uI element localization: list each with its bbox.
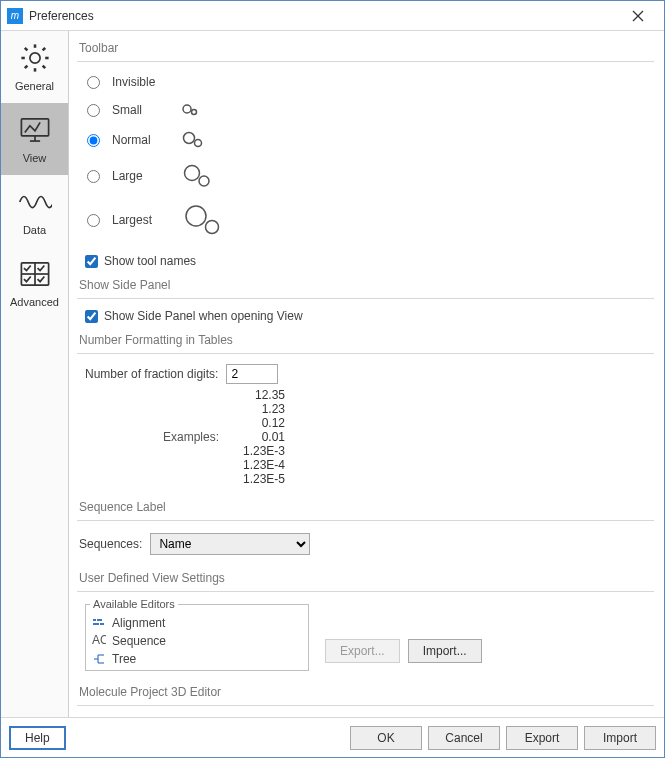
checkbox-show-tool-names[interactable]: Show tool names bbox=[85, 250, 654, 272]
monitor-chart-icon bbox=[18, 115, 52, 148]
examples-label: Examples: bbox=[85, 430, 225, 444]
sidebar-item-label: General bbox=[15, 80, 54, 92]
editor-item-alignment[interactable]: Alignment bbox=[90, 614, 304, 632]
gears-large-icon bbox=[180, 160, 214, 193]
radio-toolbar-normal[interactable]: Normal bbox=[85, 124, 654, 156]
sequences-label: Sequences: bbox=[79, 537, 142, 551]
section-title-mp3d: Molecule Project 3D Editor bbox=[79, 679, 654, 703]
example-value: 1.23E-3 bbox=[225, 444, 285, 458]
example-value: 12.35 bbox=[225, 388, 285, 402]
available-editors-legend: Available Editors bbox=[90, 598, 178, 610]
content-pane: Toolbar Invisible Small Normal bbox=[69, 31, 664, 717]
section-title-udvs: User Defined View Settings bbox=[79, 565, 654, 589]
sidebar-item-label: View bbox=[23, 152, 47, 164]
sidebar-item-label: Advanced bbox=[10, 296, 59, 308]
udvs-import-button[interactable]: Import... bbox=[408, 639, 482, 663]
gears-normal-icon bbox=[180, 128, 206, 153]
sidebar: General View Data Advanced bbox=[1, 31, 69, 717]
titlebar: m Preferences bbox=[1, 1, 664, 31]
radio-input[interactable] bbox=[87, 134, 100, 147]
dialog-footer: Help OK Cancel Export Import bbox=[1, 717, 664, 757]
footer-import-button[interactable]: Import bbox=[584, 726, 656, 750]
example-value: 0.12 bbox=[225, 416, 285, 430]
radio-label: Small bbox=[112, 103, 172, 117]
fraction-digits-input[interactable] bbox=[226, 364, 278, 384]
svg-point-22 bbox=[199, 176, 209, 186]
example-value: 0.01 bbox=[225, 430, 285, 444]
checkbox-input[interactable] bbox=[85, 255, 98, 268]
radio-input[interactable] bbox=[87, 104, 100, 117]
sidebar-item-general[interactable]: General bbox=[1, 31, 68, 103]
sequences-select[interactable]: Name bbox=[150, 533, 310, 555]
svg-rect-25 bbox=[93, 619, 96, 621]
radio-toolbar-largest[interactable]: Largest bbox=[85, 196, 654, 244]
svg-rect-11 bbox=[21, 118, 48, 135]
svg-line-8 bbox=[42, 47, 45, 50]
svg-line-9 bbox=[24, 65, 27, 68]
editor-item-label: Alignment bbox=[112, 616, 165, 630]
checkbox-label: Show tool names bbox=[104, 254, 196, 268]
radio-input[interactable] bbox=[87, 170, 100, 183]
example-value: 1.23E-4 bbox=[225, 458, 285, 472]
window-close-button[interactable] bbox=[618, 2, 658, 30]
available-editors-group: Available Editors Alignment ACG Sequence… bbox=[85, 598, 309, 671]
tree-icon bbox=[92, 653, 106, 665]
grid-checkbox-icon bbox=[18, 259, 52, 292]
radio-toolbar-large[interactable]: Large bbox=[85, 156, 654, 196]
footer-export-button[interactable]: Export bbox=[506, 726, 578, 750]
gears-largest-icon bbox=[180, 199, 224, 242]
preferences-window: { "window": { "title": "Preferences" }, … bbox=[0, 0, 665, 758]
window-title: Preferences bbox=[29, 9, 94, 23]
udvs-export-button: Export... bbox=[325, 639, 400, 663]
radio-toolbar-small[interactable]: Small bbox=[85, 96, 654, 124]
svg-rect-28 bbox=[100, 623, 104, 625]
section-title-sidepanel: Show Side Panel bbox=[79, 272, 654, 296]
checkbox-label: Show Side Panel when opening View bbox=[104, 309, 303, 323]
svg-point-2 bbox=[29, 52, 39, 62]
svg-point-20 bbox=[195, 139, 202, 146]
checkbox-show-side-panel[interactable]: Show Side Panel when opening View bbox=[85, 305, 654, 327]
svg-text:ACG: ACG bbox=[92, 635, 106, 647]
gear-icon bbox=[18, 43, 52, 76]
radio-input[interactable] bbox=[87, 214, 100, 227]
close-icon bbox=[632, 10, 644, 22]
svg-point-19 bbox=[184, 132, 195, 143]
radio-label: Largest bbox=[112, 213, 172, 227]
svg-point-24 bbox=[206, 220, 219, 233]
radio-label: Normal bbox=[112, 133, 172, 147]
radio-label: Large bbox=[112, 169, 172, 183]
checkbox-input[interactable] bbox=[85, 310, 98, 323]
svg-rect-26 bbox=[97, 619, 102, 621]
section-title-toolbar: Toolbar bbox=[79, 35, 654, 59]
editor-item-label: Sequence bbox=[112, 634, 166, 648]
sidebar-item-label: Data bbox=[23, 224, 46, 236]
svg-rect-27 bbox=[93, 623, 99, 625]
waveform-icon bbox=[18, 187, 52, 220]
editor-item-label: Tree bbox=[112, 652, 136, 666]
section-title-numfmt: Number Formatting in Tables bbox=[79, 327, 654, 351]
sidebar-item-data[interactable]: Data bbox=[1, 175, 68, 247]
sidebar-item-advanced[interactable]: Advanced bbox=[1, 247, 68, 319]
fraction-digits-label: Number of fraction digits: bbox=[85, 367, 218, 381]
section-title-seqlabel: Sequence Label bbox=[79, 494, 654, 518]
sidebar-item-view[interactable]: View bbox=[1, 103, 68, 175]
svg-point-23 bbox=[186, 206, 206, 226]
ok-button[interactable]: OK bbox=[350, 726, 422, 750]
sequence-icon: ACG bbox=[92, 635, 106, 647]
examples-block: 12.35 1.23 0.12 Examples: 0.01 1.23E-3 1… bbox=[85, 388, 654, 486]
svg-line-10 bbox=[42, 65, 45, 68]
radio-input[interactable] bbox=[87, 76, 100, 89]
editor-item-sequence[interactable]: ACG Sequence bbox=[90, 632, 304, 650]
example-value: 1.23 bbox=[225, 402, 285, 416]
help-button[interactable]: Help bbox=[9, 726, 66, 750]
svg-point-17 bbox=[183, 105, 191, 113]
alignment-icon bbox=[92, 617, 106, 629]
svg-line-7 bbox=[24, 47, 27, 50]
svg-point-18 bbox=[192, 109, 197, 114]
editor-item-tree[interactable]: Tree bbox=[90, 650, 304, 668]
cancel-button[interactable]: Cancel bbox=[428, 726, 500, 750]
radio-label: Invisible bbox=[112, 75, 155, 89]
app-icon: m bbox=[7, 8, 23, 24]
example-value: 1.23E-5 bbox=[225, 472, 285, 486]
radio-toolbar-invisible[interactable]: Invisible bbox=[85, 68, 654, 96]
